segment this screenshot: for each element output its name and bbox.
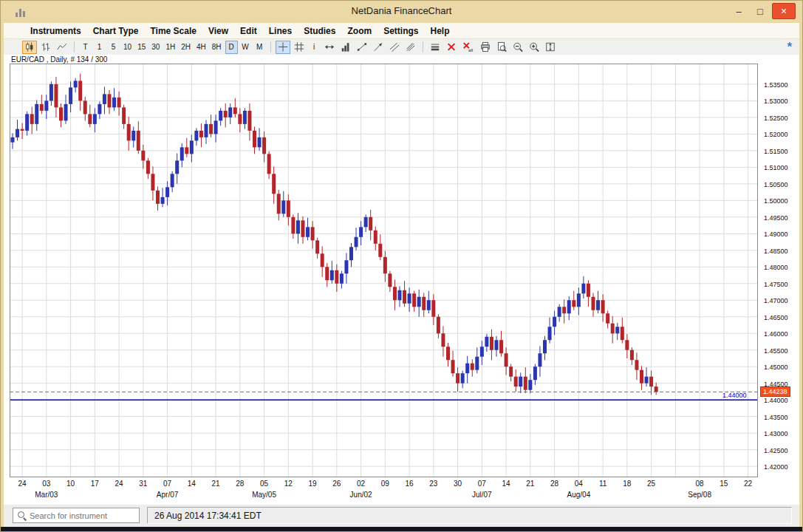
y-axis-label: 1.46000 <box>764 330 788 338</box>
y-axis-label: 1.47500 <box>764 281 788 288</box>
x-axis-day-label: 31 <box>139 480 147 488</box>
grid-toggle-button[interactable] <box>292 41 307 54</box>
timeframe-2h-button[interactable]: 2H <box>179 41 193 54</box>
info-tool-button[interactable]: i <box>308 41 321 54</box>
chart-type-candlestick-button[interactable] <box>22 41 37 54</box>
pitchfork-tool-button[interactable] <box>403 41 418 54</box>
title-bar: NetDania FinanceChart – □ × <box>1 1 802 23</box>
status-timestamp: 26 Aug 2014 17:34:41 EDT <box>154 511 262 521</box>
x-axis-day-label: 21 <box>526 480 534 488</box>
x-axis-month-label: Aug/04 <box>567 491 590 499</box>
timeframe-30m-button[interactable]: 30 <box>149 41 162 54</box>
delete-all-button[interactable]: all <box>460 41 476 54</box>
line-style-icon <box>430 41 440 52</box>
close-button[interactable]: × <box>772 3 796 19</box>
line-style-button[interactable] <box>428 41 442 54</box>
y-axis-label: 1.51500 <box>764 148 788 155</box>
chart-type-line-button[interactable] <box>55 41 69 54</box>
y-axis-label: 1.48000 <box>764 264 788 271</box>
zoom-in-button[interactable] <box>527 41 541 54</box>
menu-chart-type[interactable]: Chart Type <box>87 26 145 36</box>
y-axis-label: 1.52500 <box>764 115 788 122</box>
x-axis-month-label: May/05 <box>252 491 276 499</box>
x-axis-day-label: 26 <box>332 480 341 488</box>
print-preview-button[interactable] <box>494 41 509 54</box>
maximize-button[interactable]: □ <box>751 3 770 19</box>
print-button[interactable] <box>478 41 493 54</box>
delete-selected-button[interactable] <box>444 41 459 54</box>
menu-time-scale[interactable]: Time Scale <box>144 26 202 36</box>
channel-tool-button[interactable] <box>387 41 402 54</box>
menu-lines[interactable]: Lines <box>263 26 298 36</box>
x-axis-day-label: 09 <box>381 480 389 488</box>
x-axis-month-label: Apr/07 <box>157 491 178 499</box>
app-window: NetDania FinanceChart – □ × InstrumentsC… <box>0 0 803 532</box>
x-axis-day-label: 14 <box>188 480 196 488</box>
scroll-tool-button[interactable] <box>322 41 337 54</box>
timeframe-4h-button[interactable]: 4H <box>194 41 208 54</box>
y-axis-label: 1.43500 <box>764 414 788 421</box>
y-axis-label: 1.42500 <box>764 447 788 454</box>
crosshair-tool-icon <box>278 41 288 52</box>
y-axis-label: 1.42000 <box>764 463 788 471</box>
x-axis-day-label: 05 <box>260 480 268 488</box>
svg-text:all: all <box>468 47 473 52</box>
y-axis-label: 1.45500 <box>764 347 788 355</box>
timeframe-weekly-button[interactable]: W <box>239 41 252 54</box>
x-axis-day-label: 03 <box>42 480 50 488</box>
menu-instruments[interactable]: Instruments <box>24 26 87 36</box>
print-preview-icon <box>496 41 507 52</box>
menu-settings[interactable]: Settings <box>377 26 424 36</box>
trend-line-tool-button[interactable] <box>355 41 369 54</box>
search-input[interactable] <box>30 511 139 520</box>
x-axis-day-label: 19 <box>309 480 317 488</box>
x-axis-month-label: Jul/07 <box>472 491 492 499</box>
zoom-out-button[interactable] <box>510 41 525 54</box>
timeframe-8h-button[interactable]: 8H <box>210 41 224 54</box>
menu-help[interactable]: Help <box>424 26 455 36</box>
menu-studies[interactable]: Studies <box>298 26 341 36</box>
minimize-button[interactable]: – <box>729 3 748 19</box>
chart-plot[interactable]: 1.44000 <box>10 64 758 477</box>
menu-edit[interactable]: Edit <box>234 26 263 36</box>
timeframe-1m-button[interactable]: 1 <box>93 41 106 54</box>
x-axis-day-label: 24 <box>115 480 123 488</box>
volume-toggle-button[interactable] <box>338 41 353 54</box>
ray-line-tool-button[interactable] <box>371 41 386 54</box>
toolbar-buttons: T151015301H2H4H8HDWMiall <box>21 39 558 55</box>
x-axis-day-label: 28 <box>236 480 244 488</box>
x-axis-day-label: 16 <box>406 480 414 488</box>
chart-type-bars-button[interactable] <box>38 41 53 54</box>
search-icon <box>18 511 27 520</box>
timeframe-1h-button[interactable]: 1H <box>163 41 177 54</box>
x-axis-day-label: 18 <box>623 480 631 488</box>
chart-type-bars-icon <box>41 41 51 52</box>
status-bar: 26 Aug 2014 17:34:41 EDT <box>4 505 799 527</box>
chart-type-line-icon <box>57 41 67 52</box>
y-axis-label: 1.46500 <box>764 314 788 321</box>
x-axis-day-label: 22 <box>744 480 752 488</box>
y-axis-label: 1.50500 <box>764 181 788 188</box>
timeframe-15m-button[interactable]: 15 <box>135 41 148 54</box>
timeframe-5m-button[interactable]: 5 <box>107 41 120 54</box>
x-axis-day-label: 02 <box>357 480 365 488</box>
chart-instrument-label: EUR/CAD , Daily, # 134 / 300 <box>11 55 107 64</box>
zoom-out-icon <box>513 41 523 52</box>
timeframe-tick-button[interactable]: T <box>79 41 92 54</box>
crosshair-tool-button[interactable] <box>276 41 290 54</box>
timeframe-daily-button[interactable]: D <box>225 41 238 54</box>
menu-zoom[interactable]: Zoom <box>341 26 377 36</box>
y-axis-label: 1.50000 <box>764 197 788 205</box>
timeframe-10m-button[interactable]: 10 <box>121 41 134 54</box>
chart-panel: EUR/CAD , Daily, # 134 / 300 1.44000 1.4… <box>4 55 799 505</box>
hline-price-label: 1.44000 <box>722 392 747 399</box>
y-axis-label: 1.53000 <box>764 98 788 105</box>
zoom-reset-button[interactable] <box>543 41 558 54</box>
delete-selected-icon <box>446 41 457 52</box>
x-axis-day-label: 15 <box>720 480 728 488</box>
channel-tool-icon <box>389 41 400 52</box>
brand-button[interactable]: * <box>787 40 792 55</box>
menu-view[interactable]: View <box>202 26 234 36</box>
menu-bar: InstrumentsChart TypeTime ScaleViewEditL… <box>4 23 799 39</box>
timeframe-monthly-button[interactable]: M <box>253 41 266 54</box>
